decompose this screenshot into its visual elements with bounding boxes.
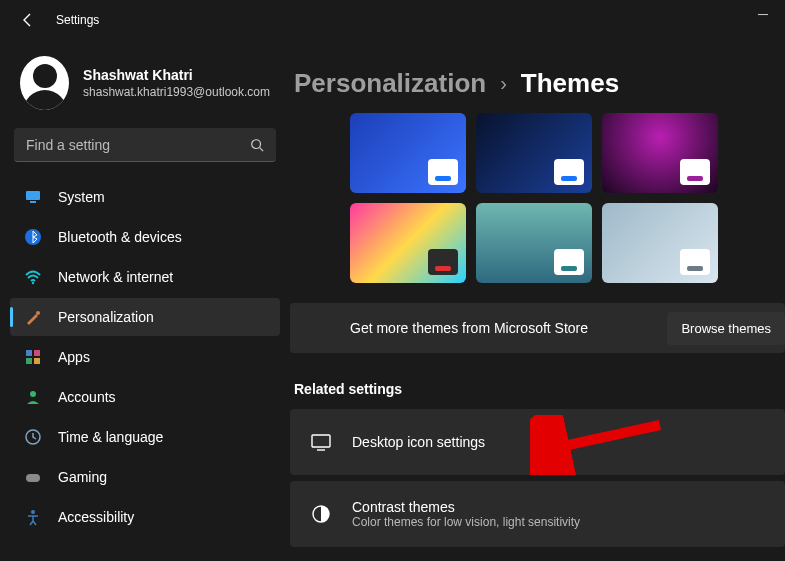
- sidebar-item-label: Network & internet: [58, 269, 173, 285]
- svg-rect-8: [34, 350, 40, 356]
- sidebar-item-label: Accounts: [58, 389, 116, 405]
- sidebar-item-label: System: [58, 189, 105, 205]
- avatar: [20, 56, 69, 110]
- breadcrumb-current: Themes: [521, 68, 619, 99]
- contrast-icon: [310, 503, 332, 525]
- related-settings-heading: Related settings: [294, 381, 785, 397]
- svg-rect-15: [312, 435, 330, 447]
- sidebar-item-system[interactable]: System: [10, 178, 280, 216]
- sidebar-item-accounts[interactable]: Accounts: [10, 378, 280, 416]
- window-title: Settings: [56, 13, 99, 27]
- settings-card-contrast[interactable]: Contrast themesColor themes for low visi…: [290, 481, 785, 547]
- svg-rect-3: [30, 201, 36, 203]
- theme-tile[interactable]: [476, 113, 592, 193]
- theme-tile[interactable]: [350, 113, 466, 193]
- svg-point-6: [36, 311, 40, 315]
- svg-point-5: [32, 282, 34, 284]
- theme-tile[interactable]: [602, 203, 718, 283]
- titlebar: Settings ─: [0, 0, 785, 40]
- breadcrumb-parent[interactable]: Personalization: [294, 68, 486, 99]
- theme-tile[interactable]: [602, 113, 718, 193]
- nav: SystemBluetooth & devicesNetwork & inter…: [10, 178, 280, 536]
- wifi-icon: [24, 268, 42, 286]
- search-placeholder: Find a setting: [26, 137, 250, 153]
- theme-tile[interactable]: [476, 203, 592, 283]
- svg-rect-10: [34, 358, 40, 364]
- search-input[interactable]: Find a setting: [14, 128, 276, 162]
- svg-point-0: [252, 139, 261, 148]
- accessibility-icon: [24, 508, 42, 526]
- sidebar-item-label: Gaming: [58, 469, 107, 485]
- brush-icon: [24, 308, 42, 326]
- svg-point-11: [30, 391, 36, 397]
- theme-tile[interactable]: [350, 203, 466, 283]
- bluetooth-icon: [24, 228, 42, 246]
- chevron-right-icon: ›: [500, 72, 507, 95]
- sidebar-item-bluetooth[interactable]: Bluetooth & devices: [10, 218, 280, 256]
- store-text: Get more themes from Microsoft Store: [350, 320, 588, 336]
- person-icon: [24, 388, 42, 406]
- store-row: Get more themes from Microsoft Store Bro…: [290, 303, 785, 353]
- breadcrumb: Personalization › Themes: [290, 68, 785, 99]
- svg-point-14: [31, 510, 35, 514]
- apps-icon: [24, 348, 42, 366]
- settings-card-desktop[interactable]: Desktop icon settings: [290, 409, 785, 475]
- svg-rect-7: [26, 350, 32, 356]
- profile-name: Shashwat Khatri: [83, 67, 270, 83]
- svg-rect-13: [26, 474, 40, 482]
- search-icon: [250, 138, 264, 152]
- profile-block[interactable]: Shashwat Khatri shashwat.khatri1993@outl…: [10, 52, 280, 128]
- sidebar-item-network[interactable]: Network & internet: [10, 258, 280, 296]
- profile-email: shashwat.khatri1993@outlook.com: [83, 85, 270, 99]
- sidebar-item-time[interactable]: Time & language: [10, 418, 280, 456]
- sidebar: Shashwat Khatri shashwat.khatri1993@outl…: [0, 40, 290, 561]
- sidebar-item-label: Personalization: [58, 309, 154, 325]
- clock-icon: [24, 428, 42, 446]
- monitor-icon: [24, 188, 42, 206]
- gaming-icon: [24, 468, 42, 486]
- browse-themes-button[interactable]: Browse themes: [667, 312, 785, 345]
- sidebar-item-personalization[interactable]: Personalization: [10, 298, 280, 336]
- svg-rect-9: [26, 358, 32, 364]
- minimize-button[interactable]: ─: [757, 8, 769, 20]
- sidebar-item-label: Bluetooth & devices: [58, 229, 182, 245]
- sidebar-item-label: Apps: [58, 349, 90, 365]
- back-button[interactable]: [16, 8, 40, 32]
- sidebar-item-accessibility[interactable]: Accessibility: [10, 498, 280, 536]
- sidebar-item-apps[interactable]: Apps: [10, 338, 280, 376]
- sidebar-item-label: Time & language: [58, 429, 163, 445]
- sidebar-item-gaming[interactable]: Gaming: [10, 458, 280, 496]
- svg-rect-2: [26, 191, 40, 200]
- svg-line-1: [260, 147, 264, 151]
- main-content: Personalization › Themes Get more themes…: [290, 40, 785, 561]
- themes-grid: [290, 113, 780, 283]
- sidebar-item-label: Accessibility: [58, 509, 134, 525]
- desktop-icon: [310, 431, 332, 453]
